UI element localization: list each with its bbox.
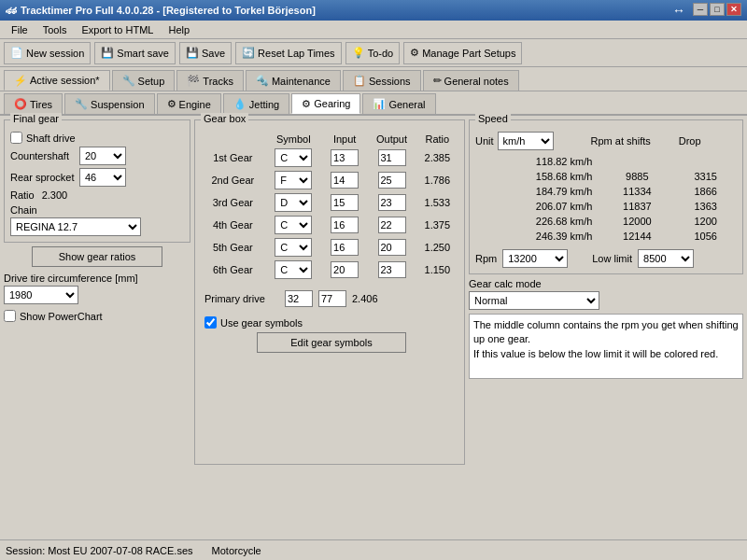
gear-row-6: 6th Gear C 1.150 xyxy=(201,259,458,281)
speed-drop-6: 1056 xyxy=(674,229,737,244)
shaft-drive-row: Shaft drive xyxy=(10,132,184,144)
manage-part-setups-button[interactable]: ⚙ Manage Part Setups xyxy=(403,42,522,64)
tab1-general-notes[interactable]: ✏ General notes xyxy=(423,70,519,91)
gear-symbol-1[interactable]: C xyxy=(275,148,312,167)
speed-table: 118.82 km/h 158.68 km/h 9885 3315 184.79… xyxy=(475,154,737,244)
gear-input-6[interactable] xyxy=(331,261,359,278)
setup-icon: 🔧 xyxy=(122,75,135,87)
primary-drive-output[interactable] xyxy=(318,290,346,307)
close-button[interactable]: ✕ xyxy=(726,3,741,16)
description-text: The middle column contains the rpm you g… xyxy=(473,318,739,361)
speed-row-3: 184.79 km/h 11334 1866 xyxy=(475,184,737,199)
maximize-button[interactable]: □ xyxy=(710,3,725,16)
gear-output-2[interactable] xyxy=(378,172,406,189)
gear-output-3[interactable] xyxy=(378,194,406,211)
speed-drop-1 xyxy=(674,154,737,169)
ratio-row: Ratio 2.300 xyxy=(10,189,184,201)
gear-output-6[interactable] xyxy=(378,261,406,278)
gear-ratio-6: 1.150 xyxy=(416,259,458,281)
show-gear-ratios-button[interactable]: Show gear ratios xyxy=(32,246,162,267)
low-limit-label: Low limit xyxy=(592,253,632,264)
main-content: Final gear Shaft drive Countershaft 20 R… xyxy=(0,116,747,517)
jetting-icon: 💧 xyxy=(233,98,247,110)
gear-output-5[interactable] xyxy=(378,239,406,256)
tab1-active-session[interactable]: ⚡ Active session* xyxy=(4,70,110,91)
tab2-suspension[interactable]: 🔧 Suspension xyxy=(64,93,155,114)
speed-legend: Speed xyxy=(475,113,511,124)
primary-drive-ratio: 2.406 xyxy=(352,293,378,304)
gear-symbol-2[interactable]: F xyxy=(275,171,312,189)
edit-gear-symbols-button[interactable]: Edit gear symbols xyxy=(257,332,406,353)
manage-icon: ⚙ xyxy=(410,47,419,59)
speed-value-5: 226.68 km/h xyxy=(475,214,599,229)
unit-select[interactable]: km/h xyxy=(498,132,554,150)
minimize-button[interactable]: ─ xyxy=(693,3,708,16)
active-session-icon: ⚡ xyxy=(14,75,27,87)
menu-help[interactable]: Help xyxy=(161,22,197,37)
gear-output-4[interactable] xyxy=(378,217,406,233)
tab2-tires[interactable]: ⭕ Tires xyxy=(4,93,63,114)
speed-rpm-4: 11837 xyxy=(599,199,674,214)
gear-input-5[interactable] xyxy=(331,239,359,256)
gear-input-1[interactable] xyxy=(331,149,359,166)
gear-input-3[interactable] xyxy=(331,194,359,211)
use-gear-symbols-checkbox[interactable] xyxy=(204,316,217,329)
new-session-button[interactable]: 📄 New session xyxy=(4,42,91,64)
gear-input-2[interactable] xyxy=(331,172,359,189)
tab2-gearing[interactable]: ⚙ Gearing xyxy=(291,93,360,114)
rpm-at-shifts-label: Rpm at shifts xyxy=(591,135,651,147)
gear-symbol-4[interactable]: C xyxy=(275,216,312,234)
gear-symbol-5[interactable]: C xyxy=(275,238,312,257)
speed-section: Speed Unit km/h Rpm at shifts Drop 118.8… xyxy=(469,119,743,274)
smart-save-button[interactable]: 💾 Smart save xyxy=(94,42,176,64)
gear-symbol-3[interactable]: D xyxy=(275,193,312,212)
todo-icon: 💡 xyxy=(352,47,365,59)
tab2-jetting[interactable]: 💧 Jetting xyxy=(223,93,289,114)
speed-rpm-1 xyxy=(599,154,674,169)
drive-tire-circ-label: Drive tire circumference [mm] xyxy=(4,273,190,284)
gear-label-5: 5th Gear xyxy=(201,236,265,259)
gear-label-1: 1st Gear xyxy=(201,147,265,169)
menu-tools[interactable]: Tools xyxy=(35,22,75,37)
gear-row-3: 3rd Gear D 1.533 xyxy=(201,191,458,214)
save-button[interactable]: 💾 Save xyxy=(179,42,232,64)
countershaft-select[interactable]: 20 xyxy=(79,147,126,165)
primary-drive-label: Primary drive xyxy=(204,293,279,304)
menu-file[interactable]: File xyxy=(4,22,35,37)
col-ratio: Ratio xyxy=(416,132,458,147)
final-gear-section: Final gear Shaft drive Countershaft 20 R… xyxy=(4,119,190,243)
primary-drive-input[interactable] xyxy=(285,290,313,307)
left-panel: Final gear Shaft drive Countershaft 20 R… xyxy=(4,119,190,513)
drive-tire-circ-select[interactable]: 1980 xyxy=(4,286,78,304)
gear-output-1[interactable] xyxy=(378,149,406,166)
shaft-drive-checkbox[interactable] xyxy=(10,132,22,144)
todo-button[interactable]: 💡 To-do xyxy=(345,42,401,64)
right-panel: Speed Unit km/h Rpm at shifts Drop 118.8… xyxy=(469,119,743,513)
gear-calc-mode-select[interactable]: Normal xyxy=(469,291,599,310)
rpm-label: Rpm xyxy=(475,253,497,264)
gear-symbol-6[interactable]: C xyxy=(275,260,312,279)
gear-ratio-1: 2.385 xyxy=(416,147,458,169)
chain-label: Chain xyxy=(10,204,184,216)
tab1-maintenance[interactable]: 🔩 Maintenance xyxy=(246,70,341,91)
low-limit-select[interactable]: 8500 xyxy=(638,249,694,268)
show-powerchart-checkbox[interactable] xyxy=(4,310,16,322)
tab1-sessions[interactable]: 📋 Sessions xyxy=(343,70,421,91)
ratio-label: Ratio xyxy=(10,189,35,201)
rear-sprocket-select[interactable]: 46 xyxy=(79,168,126,187)
speed-value-3: 184.79 km/h xyxy=(475,184,599,199)
reset-icon: 🔄 xyxy=(242,47,255,59)
rpm-select[interactable]: 13200 xyxy=(502,249,568,268)
chain-select[interactable]: REGINA 12.7 xyxy=(10,217,141,236)
gear-input-4[interactable] xyxy=(331,217,359,233)
titlebar: 🏎 Tracktimer Pro Full 4.0.0.28 - [Regist… xyxy=(0,0,747,21)
tires-icon: ⭕ xyxy=(14,98,27,110)
reset-lap-times-button[interactable]: 🔄 Reset Lap Times xyxy=(235,42,342,64)
menu-export[interactable]: Export to HTML xyxy=(74,22,161,37)
tab1-tracks[interactable]: 🏁 Tracks xyxy=(176,70,244,91)
smart-save-icon: 💾 xyxy=(101,47,114,59)
tab2-general[interactable]: 📊 General xyxy=(362,93,435,114)
tab1-setup[interactable]: 🔧 Setup xyxy=(112,70,176,91)
speed-value-4: 206.07 km/h xyxy=(475,199,599,214)
tab2-engine[interactable]: ⚙ Engine xyxy=(157,93,221,114)
